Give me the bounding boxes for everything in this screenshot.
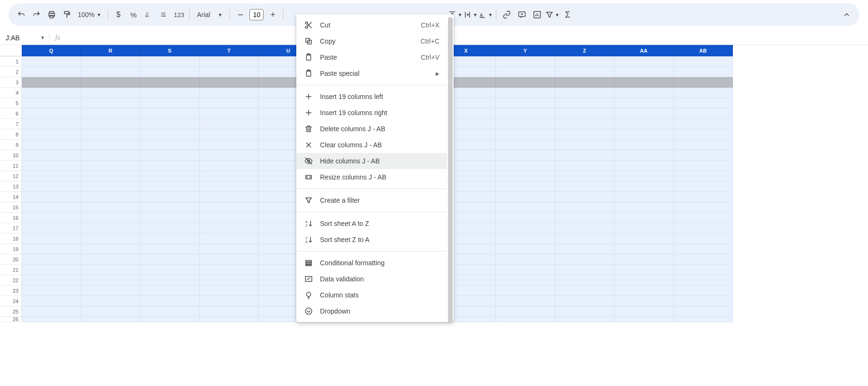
cell[interactable]: [614, 317, 674, 322]
cell[interactable]: [496, 98, 555, 108]
cell[interactable]: [81, 77, 140, 88]
column-header[interactable]: T: [200, 45, 259, 56]
cell[interactable]: [496, 306, 555, 317]
cell[interactable]: [614, 244, 674, 254]
cell[interactable]: [555, 286, 614, 296]
cell[interactable]: [555, 296, 614, 306]
cell[interactable]: [674, 98, 733, 108]
cell[interactable]: [555, 223, 614, 233]
column-header[interactable]: S: [140, 45, 200, 56]
cell[interactable]: [614, 77, 674, 88]
column-header[interactable]: Q: [22, 45, 81, 56]
cell[interactable]: [674, 181, 733, 192]
cell[interactable]: [674, 254, 733, 265]
cell[interactable]: [22, 213, 81, 223]
menu-item[interactable]: Column stats: [296, 287, 447, 303]
cell[interactable]: [674, 108, 733, 119]
cell[interactable]: [140, 275, 200, 286]
row-header[interactable]: 22: [0, 275, 22, 286]
decrease-font-button[interactable]: −: [233, 8, 247, 22]
cell[interactable]: [22, 244, 81, 254]
cell[interactable]: [496, 77, 555, 88]
cell[interactable]: [614, 265, 674, 275]
cell[interactable]: [496, 275, 555, 286]
cell[interactable]: [22, 317, 81, 322]
cell[interactable]: [614, 296, 674, 306]
cell[interactable]: [140, 223, 200, 233]
row-header[interactable]: 1: [0, 56, 22, 67]
currency-button[interactable]: $: [111, 8, 126, 22]
cell[interactable]: [200, 317, 259, 322]
cell[interactable]: [81, 244, 140, 254]
cell[interactable]: [22, 98, 81, 108]
cell[interactable]: [140, 181, 200, 192]
wrap-dropdown[interactable]: ▼: [463, 8, 477, 22]
row-header[interactable]: 19: [0, 244, 22, 254]
undo-button[interactable]: [14, 8, 28, 22]
cell[interactable]: [200, 129, 259, 140]
cell[interactable]: [81, 317, 140, 322]
cell[interactable]: [81, 161, 140, 171]
row-header[interactable]: 17: [0, 223, 22, 233]
cell[interactable]: [200, 275, 259, 286]
column-header[interactable]: AB: [674, 45, 733, 56]
cell[interactable]: [555, 108, 614, 119]
cell[interactable]: [496, 233, 555, 244]
cell[interactable]: [496, 181, 555, 192]
cell[interactable]: [674, 129, 733, 140]
cell[interactable]: [22, 119, 81, 129]
cell[interactable]: [81, 150, 140, 161]
menu-item[interactable]: CopyCtrl+C: [296, 33, 447, 49]
cell[interactable]: [555, 88, 614, 98]
cell[interactable]: [81, 202, 140, 213]
cell[interactable]: [81, 192, 140, 202]
cell[interactable]: [81, 233, 140, 244]
menu-item[interactable]: ZASort sheet Z to A: [296, 232, 447, 248]
cell[interactable]: [674, 306, 733, 317]
cell[interactable]: [555, 244, 614, 254]
font-size-input[interactable]: [249, 9, 264, 20]
row-header[interactable]: 9: [0, 140, 22, 150]
cell[interactable]: [22, 306, 81, 317]
redo-button[interactable]: [29, 8, 44, 22]
cell[interactable]: [674, 119, 733, 129]
cell[interactable]: [496, 161, 555, 171]
cell[interactable]: [140, 233, 200, 244]
menu-item[interactable]: Insert 19 columns right: [296, 105, 447, 121]
cell[interactable]: [200, 88, 259, 98]
cell[interactable]: [555, 161, 614, 171]
increase-font-button[interactable]: +: [265, 8, 280, 22]
cell[interactable]: [81, 296, 140, 306]
cell[interactable]: [496, 108, 555, 119]
cell[interactable]: [22, 202, 81, 213]
cell[interactable]: [200, 56, 259, 67]
row-header[interactable]: 6: [0, 108, 22, 119]
cell[interactable]: [81, 306, 140, 317]
cell[interactable]: [674, 161, 733, 171]
cell[interactable]: [200, 77, 259, 88]
row-header[interactable]: 26: [0, 317, 22, 322]
cell[interactable]: [140, 88, 200, 98]
cell[interactable]: [22, 286, 81, 296]
cell[interactable]: [614, 223, 674, 233]
row-header[interactable]: 15: [0, 202, 22, 213]
cell[interactable]: [140, 244, 200, 254]
row-header[interactable]: 8: [0, 129, 22, 140]
row-header[interactable]: 20: [0, 254, 22, 265]
cell[interactable]: [81, 275, 140, 286]
decrease-decimal-button[interactable]: .0: [142, 8, 156, 22]
cell[interactable]: [140, 67, 200, 77]
row-header[interactable]: 3: [0, 77, 22, 88]
cell[interactable]: [496, 192, 555, 202]
comment-button[interactable]: [515, 8, 529, 22]
cell[interactable]: [496, 129, 555, 140]
column-header[interactable]: AA: [614, 45, 674, 56]
cell[interactable]: [496, 171, 555, 181]
cell[interactable]: [81, 56, 140, 67]
menu-item[interactable]: CutCtrl+X: [296, 17, 447, 33]
cell[interactable]: [200, 150, 259, 161]
cell[interactable]: [555, 56, 614, 67]
cell[interactable]: [140, 56, 200, 67]
cell[interactable]: [496, 317, 555, 322]
cell[interactable]: [555, 140, 614, 150]
